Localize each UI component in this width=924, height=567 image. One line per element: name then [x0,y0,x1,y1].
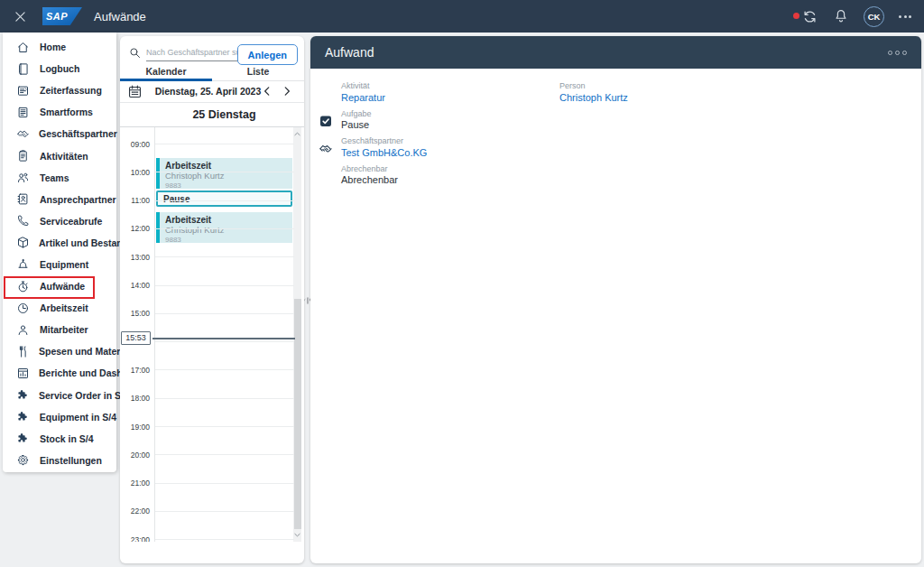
hour-label: 12:00 [120,224,150,233]
detail-overflow-icon[interactable] [888,51,907,55]
field-icon-spacer [319,164,341,188]
field-text: PersonChristoph Kurtz [559,81,628,105]
hour-label: 14:00 [120,281,150,290]
create-button[interactable]: Anlegen [237,44,298,65]
field-icon-spacer [319,81,341,105]
search-input[interactable] [146,43,240,61]
sidebar-item-teams[interactable]: Teams [3,167,116,189]
field-aktivit-t: AktivitätReparatur [319,81,385,105]
avatar[interactable]: CK [864,6,884,27]
note-icon [16,83,31,98]
sidebar-item-arbeitszeit[interactable]: Arbeitszeit [3,297,116,319]
sync-button[interactable] [801,8,818,25]
sidebar-item-logbuch[interactable]: Logbuch [3,58,116,79]
sidebar-item-label: Zeiterfassung [40,85,102,96]
scroll-down-icon[interactable] [293,531,301,539]
app-root: { "colors": { "topbar_bg": "#2c3c4f", "h… [0,0,924,567]
person-icon [16,322,31,337]
sidebar-item-spesen-und-material[interactable]: Spesen und Material [3,340,116,362]
current-time-line [152,338,295,339]
field-text: AufgabePause [341,109,372,133]
calendar-event-arbeitszeit[interactable]: ArbeitszeitChristoph Kurtz9883 [156,212,292,243]
sidebar-item-equipment[interactable]: Equipment [3,254,116,275]
sidebar-item-label: Ansprechpartner [40,194,116,205]
field-value[interactable]: Christoph Kurtz [559,92,628,105]
sidebar-item-equipment-in-s-4[interactable]: Equipment in S/4 [3,406,116,428]
task-icon [319,109,341,133]
sidebar-item-berichte-und-dashboard[interactable]: Berichte und Dashboard [3,362,116,384]
hour-gridline [155,426,294,427]
sidebar-item-aktivit-ten[interactable]: Aktivitäten [3,144,116,166]
sidebar-item-mitarbeiter[interactable]: Mitarbeiter [3,319,116,340]
sidebar-item-artikel-und-bestand[interactable]: Artikel und Bestand [3,232,116,254]
sidebar-item-service-order-in-s-4[interactable]: Service Order in S/4 [3,385,116,406]
previous-day-icon[interactable] [261,85,273,98]
date-label: Dienstag, 25. April 2023 [147,86,269,97]
sap-logo-text: SAP [42,11,68,22]
field-label: Abrechenbar [341,164,398,174]
sidebar-item-einstellungen[interactable]: Einstellungen [3,450,116,471]
sidebar-item-smartforms[interactable]: Smartforms [3,101,116,123]
sidebar-item-label: Logbuch [40,63,79,74]
hour-gridline [155,313,294,314]
sidebar-item-label: Mitarbeiter [40,324,88,335]
field-person: PersonChristoph Kurtz [537,81,628,105]
hour-gridline [155,172,294,172]
hour-label: 15:00 [120,309,150,318]
dashboard-icon [16,366,30,380]
datepicker-icon[interactable] [127,84,143,99]
clock-icon [16,301,31,315]
sidebar-item-label: Artikel und Bestand [39,237,128,248]
sidebar-item-home[interactable]: Home [3,36,116,58]
calendar-event-pause[interactable]: Pause [156,191,292,207]
hour-gridline [155,369,294,370]
field-value[interactable]: Reparatur [341,92,385,105]
hour-label: 13:00 [120,253,150,262]
field-label: Person [559,81,628,91]
field-value[interactable]: Test GmbH&Co.KG [341,147,427,160]
tab-kalender[interactable]: Kalender [120,66,212,80]
sidebar-item-serviceabrufe[interactable]: Serviceabrufe [3,210,116,232]
detail-header: Aufwand [310,36,921,69]
clipboard-icon [16,149,31,163]
field-row: GeschäftspartnerTest GmbH&Co.KG [319,136,921,160]
hour-label: 22:00 [120,507,150,516]
hour-gridline [155,511,294,512]
field-text: GeschäftspartnerTest GmbH&Co.KG [341,136,427,160]
sidebar-item-zeiterfassung[interactable]: Zeiterfassung [3,79,116,101]
contact-card-icon [16,192,31,207]
close-icon[interactable] [13,9,28,24]
sidebar-item-label: Einstellungen [40,455,102,466]
scrollbar-thumb[interactable] [294,299,301,529]
field-value: Abrechenbar [341,174,398,187]
sidebar-item-stock-in-s-4[interactable]: Stock in S/4 [3,428,116,450]
field-text: AktivitätReparatur [341,81,385,105]
hour-label: 21:00 [120,479,150,488]
stopwatch-icon [16,279,31,293]
event-number: 9883 [165,236,289,243]
sidebar-item-aufw-nde[interactable]: Aufwände [3,275,116,297]
sidebar-item-gesch-ftspartner[interactable]: Geschäftspartner [3,123,116,144]
hour-gridline [155,539,294,540]
hour-gridline [155,228,294,229]
field-label: Aufgabe [341,109,372,119]
hour-label: 18:00 [120,394,150,403]
sidebar-item-label: Stock in S/4 [40,433,94,444]
tab-liste[interactable]: Liste [212,66,304,80]
form-icon [16,105,31,119]
day-column[interactable]: ArbeitszeitChristoph Kurtz9883PauseArbei… [155,127,293,542]
detail-body: AktivitätReparaturPersonChristoph KurtzA… [310,69,921,187]
detail-panel: Aufwand AktivitätReparaturPersonChristop… [310,36,921,563]
calendar-tabs: KalenderListe [120,66,304,81]
event-number: 9883 [165,181,289,189]
next-day-icon[interactable] [281,85,293,98]
sidebar-item-ansprechpartner[interactable]: Ansprechpartner [3,189,116,210]
phone-icon [16,214,31,228]
overflow-menu-icon[interactable] [899,15,911,18]
calendar-event-arbeitszeit[interactable]: ArbeitszeitChristoph Kurtz9883 [156,158,292,189]
topbar-actions: CK [801,6,911,27]
hour-gridline [155,144,294,144]
notifications-bell-icon[interactable] [833,8,849,24]
scroll-up-icon[interactable] [293,130,301,138]
event-person: Christoph Kurtz [165,225,289,235]
